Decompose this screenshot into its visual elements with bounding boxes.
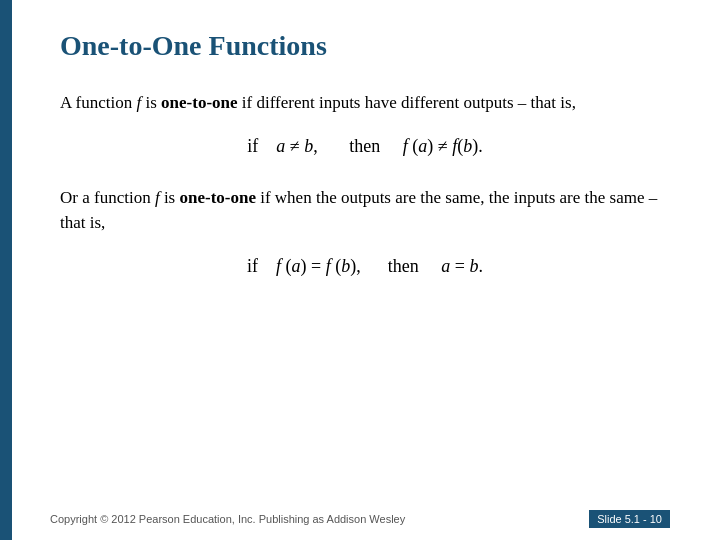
para2-text2: is <box>160 188 180 207</box>
slide-number: Slide 5.1 - 10 <box>589 510 670 528</box>
slide-title: One-to-One Functions <box>60 30 670 62</box>
formula2-text: if f (a) = f (b), then a = b. <box>247 256 483 276</box>
para1-text1: A function <box>60 93 137 112</box>
slide: One-to-One Functions A function f is one… <box>0 0 720 540</box>
title-text: One-to-One Functions <box>60 30 327 61</box>
formula-1: if a ≠ b, then f (a) ≠ f(b). <box>60 136 670 157</box>
formula-2: if f (a) = f (b), then a = b. <box>60 256 670 277</box>
slide-footer: Copyright © 2012 Pearson Education, Inc.… <box>50 510 670 528</box>
paragraph-2: Or a function f is one-to-one if when th… <box>60 185 670 236</box>
para1-bold: one-to-one <box>161 93 237 112</box>
slide-content: A function f is one-to-one if different … <box>60 90 670 277</box>
para1-text3: if different inputs have different outpu… <box>238 93 576 112</box>
para2-text1: Or a function <box>60 188 155 207</box>
copyright-text: Copyright © 2012 Pearson Education, Inc.… <box>50 513 405 525</box>
left-accent-bar <box>0 0 12 540</box>
para2-bold: one-to-one <box>179 188 255 207</box>
paragraph-1: A function f is one-to-one if different … <box>60 90 670 116</box>
para1-text2: is <box>141 93 161 112</box>
formula1-text: if a ≠ b, then f (a) ≠ f(b). <box>247 136 482 156</box>
